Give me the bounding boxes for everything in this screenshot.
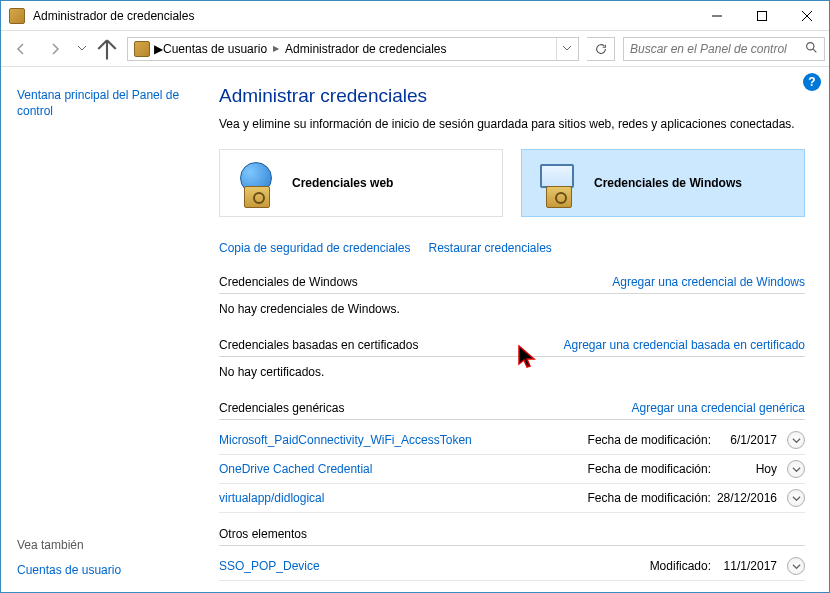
- breadcrumb-segment[interactable]: Administrador de credenciales: [285, 42, 446, 56]
- window-title: Administrador de credenciales: [33, 9, 694, 23]
- credential-name[interactable]: SSO_POP_Device: [219, 559, 650, 573]
- credential-type-tiles: Credenciales web Credenciales de Windows: [219, 149, 805, 217]
- generic-credentials-section: Credenciales genéricas Agregar una crede…: [219, 401, 805, 513]
- tile-label: Credenciales de Windows: [594, 176, 742, 190]
- credential-row[interactable]: virtualapp/didlogicalFecha de modificaci…: [219, 484, 805, 513]
- windows-credentials-tile[interactable]: Credenciales de Windows: [521, 149, 805, 217]
- svg-point-4: [807, 42, 814, 49]
- credential-row[interactable]: OneDrive Cached CredentialFecha de modif…: [219, 455, 805, 484]
- restore-credentials-link[interactable]: Restaurar credenciales: [428, 241, 551, 255]
- address-path: Cuentas de usuario ▶ Administrador de cr…: [163, 42, 556, 56]
- search-icon[interactable]: [805, 41, 818, 57]
- window-buttons: [694, 1, 829, 31]
- globe-safe-icon: [236, 162, 278, 204]
- modified-date: 6/1/2017: [717, 433, 777, 447]
- page-title: Administrar credenciales: [219, 85, 805, 107]
- cert-credentials-section: Credenciales basadas en certificados Agr…: [219, 338, 805, 387]
- action-links: Copia de seguridad de credenciales Resta…: [219, 241, 805, 255]
- section-title: Credenciales de Windows: [219, 275, 358, 289]
- credential-row[interactable]: SSO_POP_DeviceModificado:11/1/2017: [219, 552, 805, 581]
- minimize-button[interactable]: [694, 1, 739, 31]
- search-input[interactable]: [630, 42, 801, 56]
- credential-name[interactable]: OneDrive Cached Credential: [219, 462, 588, 476]
- refresh-button[interactable]: [587, 37, 615, 61]
- back-button[interactable]: [5, 35, 37, 63]
- section-title: Credenciales basadas en certificados: [219, 338, 418, 352]
- up-button[interactable]: [93, 35, 121, 63]
- expand-button[interactable]: [787, 489, 805, 507]
- close-button[interactable]: [784, 1, 829, 31]
- add-windows-credential-link[interactable]: Agregar una credencial de Windows: [612, 275, 805, 289]
- section-title: Credenciales genéricas: [219, 401, 344, 415]
- windows-empty-message: No hay credenciales de Windows.: [219, 300, 805, 324]
- maximize-button[interactable]: [739, 1, 784, 31]
- user-accounts-link[interactable]: Cuentas de usuario: [17, 562, 195, 578]
- address-icon: [134, 41, 150, 57]
- main-panel: Administrar credenciales Vea y elimine s…: [211, 67, 829, 593]
- address-bar[interactable]: ▶ Cuentas de usuario ▶ Administrador de …: [127, 37, 579, 61]
- credential-name[interactable]: Microsoft_PaidConnectivity_WiFi_AccessTo…: [219, 433, 588, 447]
- address-dropdown[interactable]: [556, 38, 576, 60]
- sidebar: Ventana principal del Panel de control V…: [1, 67, 211, 593]
- modified-date: 11/1/2017: [717, 559, 777, 573]
- tile-label: Credenciales web: [292, 176, 393, 190]
- expand-button[interactable]: [787, 460, 805, 478]
- control-panel-home-link[interactable]: Ventana principal del Panel de control: [17, 87, 195, 119]
- chevron-right-icon: ▶: [154, 42, 163, 56]
- modified-label: Fecha de modificación:: [588, 433, 711, 447]
- forward-button[interactable]: [39, 35, 71, 63]
- web-credentials-tile[interactable]: Credenciales web: [219, 149, 503, 217]
- breadcrumb-segment[interactable]: Cuentas de usuario: [163, 42, 267, 56]
- help-icon[interactable]: ?: [803, 73, 821, 91]
- search-box[interactable]: [623, 37, 825, 61]
- navbar: ▶ Cuentas de usuario ▶ Administrador de …: [1, 31, 829, 67]
- modified-label: Fecha de modificación:: [588, 491, 711, 505]
- modified-date: Hoy: [717, 462, 777, 476]
- other-items-section: Otros elementos SSO_POP_DeviceModificado…: [219, 527, 805, 581]
- monitor-safe-icon: [538, 162, 580, 204]
- expand-button[interactable]: [787, 431, 805, 449]
- svg-line-5: [813, 49, 816, 52]
- content-area: ? Ventana principal del Panel de control…: [1, 67, 829, 593]
- titlebar: Administrador de credenciales: [1, 1, 829, 31]
- see-also-heading: Vea también: [17, 538, 195, 552]
- windows-credentials-section: Credenciales de Windows Agregar una cred…: [219, 275, 805, 324]
- modified-label: Modificado:: [650, 559, 711, 573]
- add-cert-credential-link[interactable]: Agregar una credencial basada en certifi…: [564, 338, 806, 352]
- credential-name[interactable]: virtualapp/didlogical: [219, 491, 588, 505]
- credential-manager-icon: [9, 8, 25, 24]
- recent-locations-dropdown[interactable]: [73, 35, 91, 63]
- svg-rect-1: [757, 11, 766, 20]
- page-description: Vea y elimine su información de inicio d…: [219, 117, 805, 131]
- chevron-right-icon: ▶: [273, 44, 279, 53]
- cert-empty-message: No hay certificados.: [219, 363, 805, 387]
- backup-credentials-link[interactable]: Copia de seguridad de credenciales: [219, 241, 410, 255]
- add-generic-credential-link[interactable]: Agregar una credencial genérica: [632, 401, 805, 415]
- modified-label: Fecha de modificación:: [588, 462, 711, 476]
- credential-row[interactable]: Microsoft_PaidConnectivity_WiFi_AccessTo…: [219, 426, 805, 455]
- modified-date: 28/12/2016: [717, 491, 777, 505]
- expand-button[interactable]: [787, 557, 805, 575]
- section-title: Otros elementos: [219, 527, 307, 541]
